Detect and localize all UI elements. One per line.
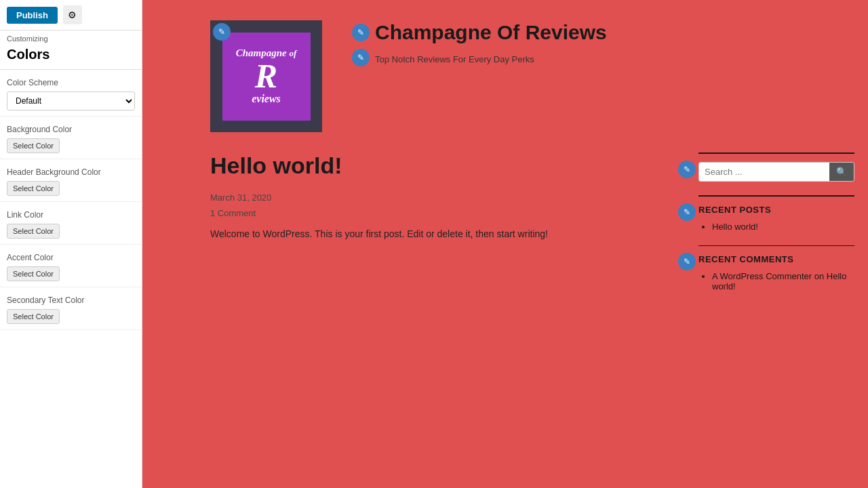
sidebar-divider-1 (698, 195, 854, 197)
logo-text-of: of (289, 48, 296, 58)
link-color-label: Link Color (7, 210, 135, 220)
left-panel: Publish ⚙ Customizing Colors Color Schem… (0, 0, 142, 488)
posts-area: Hello world! March 31, 2020 1 Comment We… (210, 152, 678, 305)
background-color-label: Background Color (7, 125, 135, 134)
color-scheme-label: Color Scheme (7, 78, 135, 87)
logo-inner: Champagne of R eviews (222, 33, 311, 121)
accent-color-label: Accent Color (7, 253, 135, 262)
header-bg-color-section: Header Background Color Select Color (0, 159, 142, 202)
post-title: Hello world! (210, 152, 678, 179)
edit-tagline-button[interactable]: ✎ (352, 49, 370, 66)
post-date: March 31, 2020 (210, 192, 678, 203)
colors-heading: Colors (0, 44, 142, 70)
search-button[interactable]: 🔍 (829, 163, 854, 181)
list-item: Hello world! (712, 222, 854, 232)
search-widget: ✎ 🔍 (698, 162, 854, 182)
site-title-area: ✎ Champagne Of Reviews ✎ Top Notch Revie… (332, 20, 607, 66)
logo-text-eviews: eviews (252, 93, 281, 105)
edit-search-button[interactable]: ✎ (678, 161, 696, 178)
settings-icon-button[interactable]: ⚙ (63, 5, 82, 24)
list-item: A WordPress Commenter on Hello world! (712, 271, 854, 291)
recent-post-link[interactable]: Hello world! (712, 222, 758, 232)
sidebar: ✎ 🔍 ✎ RECENT POSTS Hello world! (698, 152, 854, 305)
site-tagline: Top Notch Reviews For Every Day Perks (375, 54, 534, 64)
sidebar-divider-top (698, 152, 854, 154)
link-color-btn[interactable]: Select Color (7, 224, 60, 239)
recent-posts-widget: ✎ RECENT POSTS Hello world! (698, 205, 854, 232)
color-scheme-section: Color Scheme Default Custom (0, 70, 142, 117)
background-color-section: Background Color Select Color (0, 117, 142, 159)
logo-area: ✎ Champagne of R eviews ✎ Champagne O (210, 20, 854, 132)
post-content: Welcome to WordPress. This is your first… (210, 226, 604, 241)
accent-color-section: Accent Color Select Color (0, 245, 142, 287)
publish-button[interactable]: Publish (7, 7, 58, 24)
recent-comments-widget: ✎ RECENT COMMENTS A WordPress Commenter … (698, 254, 854, 291)
secondary-text-color-btn[interactable]: Select Color (7, 309, 60, 324)
sidebar-divider-2 (698, 245, 854, 246)
search-box: 🔍 (698, 162, 854, 182)
search-input[interactable] (699, 163, 829, 181)
top-bar: Publish ⚙ (0, 0, 142, 30)
main-layout: Hello world! March 31, 2020 1 Comment We… (210, 152, 854, 305)
recent-comments-list: A WordPress Commenter on Hello world! (698, 271, 854, 291)
right-panel: ✎ Champagne of R eviews ✎ Champagne O (142, 0, 868, 488)
edit-recent-posts-button[interactable]: ✎ (678, 203, 696, 221)
recent-posts-title: RECENT POSTS (698, 205, 854, 215)
site-content: ✎ Champagne of R eviews ✎ Champagne O (142, 0, 868, 325)
link-color-section: Link Color Select Color (0, 202, 142, 245)
edit-title-button[interactable]: ✎ (352, 24, 370, 41)
edit-logo-button[interactable]: ✎ (213, 23, 231, 41)
customizing-label: Customizing (0, 30, 142, 44)
color-scheme-dropdown[interactable]: Default Custom (7, 92, 135, 110)
logo-text-R: R (255, 59, 277, 93)
header-bg-color-btn[interactable]: Select Color (7, 181, 60, 196)
post-comments: 1 Comment (210, 208, 678, 218)
background-color-btn[interactable]: Select Color (7, 138, 60, 153)
comment-on-word: on (814, 271, 824, 281)
secondary-text-color-label: Secondary Text Color (7, 296, 135, 305)
header-bg-color-label: Header Background Color (7, 167, 135, 177)
recent-posts-list: Hello world! (698, 222, 854, 232)
accent-color-btn[interactable]: Select Color (7, 266, 60, 281)
edit-recent-comments-button[interactable]: ✎ (678, 253, 696, 270)
site-title: Champagne Of Reviews (375, 20, 607, 45)
comment-author: A WordPress Commenter (712, 271, 812, 281)
recent-comments-title: RECENT COMMENTS (698, 254, 854, 264)
secondary-text-color-section: Secondary Text Color Select Color (0, 287, 142, 330)
gear-icon: ⚙ (68, 9, 77, 20)
